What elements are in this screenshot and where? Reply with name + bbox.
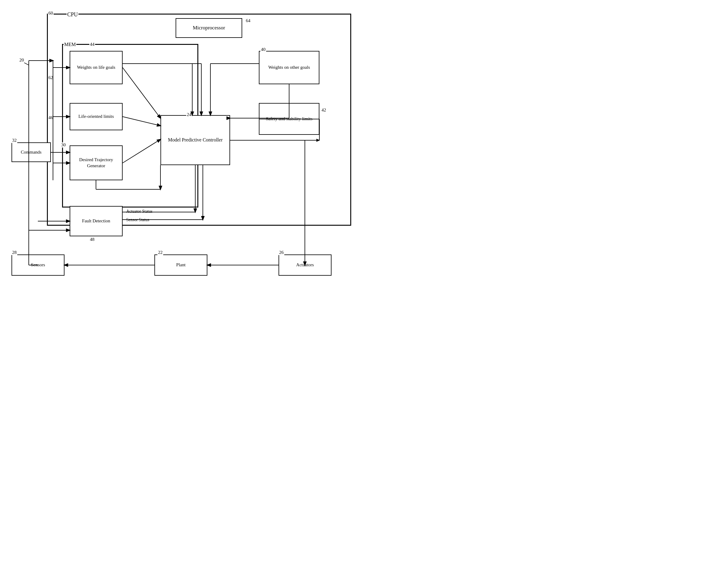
label-40: 40 xyxy=(260,47,266,52)
actuators-box: Actuators xyxy=(279,254,331,276)
label-28: 28 xyxy=(12,250,17,255)
label-22: 22 xyxy=(157,250,163,255)
svg-line-43 xyxy=(24,63,29,65)
label-44: 44 xyxy=(89,42,95,47)
label-64: 64 xyxy=(245,18,251,23)
label-30: 30 xyxy=(61,142,66,148)
sensors-box: Sensors xyxy=(12,254,64,276)
model-pred-box: Model Predictive Controller xyxy=(160,115,230,165)
label-32: 32 xyxy=(12,138,17,143)
sensor-status-label: Sensor Status xyxy=(126,217,150,222)
mem-label: MEM xyxy=(64,42,76,47)
label-24: 24 xyxy=(186,112,192,117)
safety-limits-box: Safety and stability limits xyxy=(259,103,319,135)
plant-box: Plant xyxy=(154,254,208,276)
microprocessor-box: Microprocessor xyxy=(176,18,242,38)
actuator-status-label: Actuator Status xyxy=(126,209,153,214)
weights-other-box: Weights on other goals xyxy=(259,51,319,84)
label-26: 26 xyxy=(279,250,284,255)
cpu-label: CPU xyxy=(67,12,79,18)
label-48: 48 xyxy=(89,237,95,242)
label-46: 46 xyxy=(48,115,53,120)
fault-detection-box: Fault Detection xyxy=(70,206,123,236)
life-limits-box: Life-oriented limits xyxy=(70,103,123,130)
label-42: 42 xyxy=(321,108,327,113)
label-20: 20 xyxy=(19,58,24,63)
label-62: 62 xyxy=(48,75,53,80)
label-60: 60 xyxy=(48,10,53,16)
commands-box: Commands xyxy=(12,142,51,162)
weights-life-box: Weights on life goals xyxy=(70,51,123,84)
desired-traj-box: Desired Trajectory Generator xyxy=(70,145,123,180)
